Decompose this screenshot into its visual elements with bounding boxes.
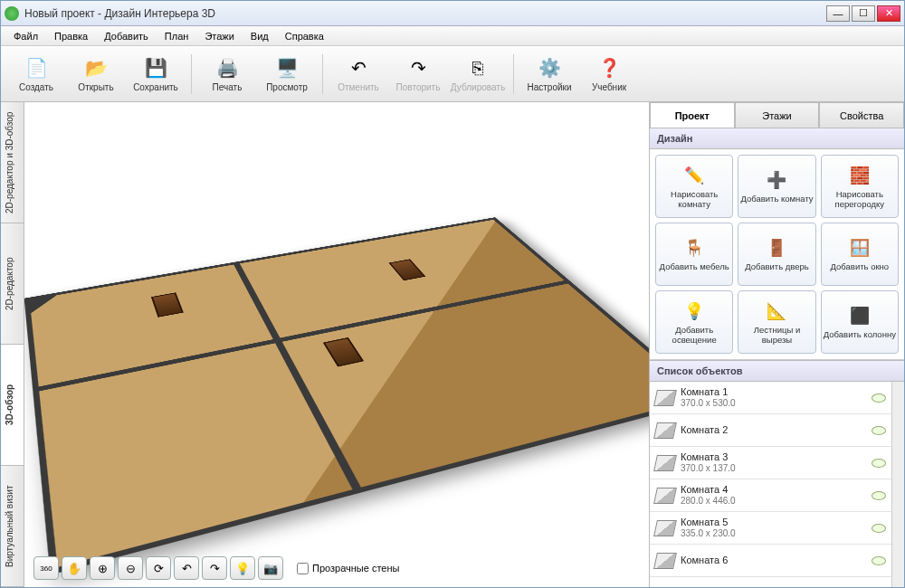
add-window-button[interactable]: 🪟Добавить окно bbox=[821, 223, 899, 286]
view-zoom-out-button[interactable]: ⊖ bbox=[118, 556, 143, 580]
right-panel-tabs: ПроектЭтажиСвойства bbox=[650, 102, 904, 128]
settings-icon: ⚙️ bbox=[537, 55, 562, 81]
duplicate-label: Дублировать bbox=[451, 82, 505, 92]
object-row[interactable]: Комната 1370.0 x 530.0 bbox=[650, 382, 891, 414]
view-zoom-in-button[interactable]: ⊕ bbox=[90, 556, 115, 580]
draw-partition-label: Нарисовать перегородку bbox=[822, 190, 898, 209]
object-name: Комната 5 bbox=[681, 517, 866, 528]
3d-viewport[interactable]: 360✋⊕⊖⟳↶↷💡📷 Прозрачные стены bbox=[24, 102, 649, 587]
menu-добавить[interactable]: Добавить bbox=[97, 29, 156, 43]
view-360-button[interactable]: 360 bbox=[33, 556, 59, 580]
add-door-label: Добавить дверь bbox=[745, 262, 809, 271]
menu-план[interactable]: План bbox=[157, 29, 196, 43]
add-door-button[interactable]: 🚪Добавить дверь bbox=[738, 223, 815, 286]
settings-button[interactable]: ⚙️Настройки bbox=[521, 50, 577, 99]
preview-button[interactable]: 🖥️Просмотр bbox=[259, 50, 315, 99]
view-tab-2d[interactable]: 2D-редактор bbox=[1, 223, 24, 345]
panel-tab-project[interactable]: Проект bbox=[650, 102, 735, 128]
object-row[interactable]: Комната 6 bbox=[650, 545, 891, 577]
add-room-button[interactable]: ➕Добавить комнату bbox=[738, 155, 815, 218]
viewport-toolbar: 360✋⊕⊖⟳↶↷💡📷 Прозрачные стены bbox=[33, 556, 399, 580]
toolbar-separator bbox=[322, 54, 323, 94]
add-column-label: Добавить колонну bbox=[824, 330, 896, 339]
view-light-button[interactable]: 💡 bbox=[230, 556, 255, 580]
visibility-toggle-icon[interactable] bbox=[872, 556, 886, 565]
add-furniture-button[interactable]: 🪑Добавить мебель bbox=[655, 223, 733, 286]
save-button[interactable]: 💾Сохранить bbox=[128, 50, 184, 99]
titlebar: Новый проект - Дизайн Интерьера 3D — ☐ ✕ bbox=[1, 1, 904, 26]
object-list[interactable]: Комната 1370.0 x 530.0Комната 2Комната 3… bbox=[650, 382, 891, 587]
draw-room-button[interactable]: ✏️Нарисовать комнату bbox=[655, 155, 733, 218]
print-button[interactable]: 🖨️Печать bbox=[199, 50, 255, 99]
stairs-button[interactable]: 📐Лестницы и вырезы bbox=[738, 290, 815, 354]
print-label: Печать bbox=[213, 82, 243, 92]
object-row[interactable]: Комната 5335.0 x 230.0 bbox=[650, 512, 891, 545]
add-column-icon: ⬛ bbox=[848, 304, 872, 327]
transparent-walls-label: Прозрачные стены bbox=[312, 563, 399, 574]
menu-вид[interactable]: Вид bbox=[243, 29, 276, 43]
visibility-toggle-icon[interactable] bbox=[872, 459, 886, 468]
transparent-walls-checkbox[interactable]: Прозрачные стены bbox=[297, 563, 399, 574]
redo-icon: ↷ bbox=[405, 55, 431, 81]
3d-scene[interactable] bbox=[47, 146, 626, 544]
draw-partition-icon: 🧱 bbox=[848, 164, 872, 187]
visibility-toggle-icon[interactable] bbox=[872, 491, 886, 500]
close-button[interactable]: ✕ bbox=[877, 5, 900, 22]
stairs-icon: 📐 bbox=[765, 299, 788, 323]
view-tab-virtual[interactable]: Виртуальный визит bbox=[1, 466, 24, 587]
object-dimensions: 280.0 x 446.0 bbox=[681, 496, 866, 507]
menu-правка[interactable]: Правка bbox=[47, 29, 95, 43]
visibility-toggle-icon[interactable] bbox=[872, 394, 886, 403]
view-tab-2d3d[interactable]: 2D-редактор и 3D-обзор bbox=[1, 102, 24, 223]
view-pan-button[interactable]: ✋ bbox=[62, 556, 87, 580]
view-camera-button[interactable]: 📷 bbox=[258, 556, 283, 580]
menu-файл[interactable]: Файл bbox=[6, 29, 45, 43]
maximize-button[interactable]: ☐ bbox=[852, 5, 875, 22]
design-button-grid: ✏️Нарисовать комнату➕Добавить комнату🧱На… bbox=[650, 149, 904, 360]
draw-partition-button[interactable]: 🧱Нарисовать перегородку bbox=[821, 155, 899, 218]
menu-справка[interactable]: Справка bbox=[278, 29, 331, 43]
view-rot-right-button[interactable]: ↷ bbox=[202, 556, 227, 580]
door-model[interactable] bbox=[151, 292, 184, 317]
scrollbar[interactable] bbox=[891, 382, 904, 587]
object-row[interactable]: Комната 2 bbox=[650, 414, 891, 447]
window-title: Новый проект - Дизайн Интерьера 3D bbox=[24, 7, 826, 20]
object-row[interactable]: Комната 4280.0 x 446.0 bbox=[650, 479, 891, 512]
tutorial-button[interactable]: ❓Учебник bbox=[581, 50, 637, 99]
app-icon bbox=[5, 6, 19, 21]
design-section-header: Дизайн bbox=[650, 128, 904, 149]
print-icon: 🖨️ bbox=[214, 55, 240, 81]
visibility-toggle-icon[interactable] bbox=[872, 524, 886, 533]
visibility-toggle-icon[interactable] bbox=[872, 426, 886, 435]
open-label: Открыть bbox=[78, 82, 113, 92]
open-button[interactable]: 📂Открыть bbox=[68, 50, 124, 99]
object-name: Комната 1 bbox=[681, 386, 866, 398]
transparent-walls-input[interactable] bbox=[297, 563, 309, 574]
app-window: Новый проект - Дизайн Интерьера 3D — ☐ ✕… bbox=[0, 0, 905, 588]
new-button[interactable]: 📄Создать bbox=[8, 50, 64, 99]
undo-icon: ↶ bbox=[346, 55, 371, 81]
room-icon bbox=[653, 553, 677, 569]
add-window-label: Добавить окно bbox=[831, 262, 890, 271]
panel-tab-props[interactable]: Свойства bbox=[819, 102, 904, 128]
object-dimensions: 370.0 x 530.0 bbox=[681, 398, 866, 409]
add-furniture-icon: 🪑 bbox=[682, 236, 706, 260]
object-row[interactable]: Комната 3370.0 x 137.0 bbox=[650, 447, 891, 479]
undo-button: ↶Отменить bbox=[330, 50, 386, 99]
menu-этажи[interactable]: Этажи bbox=[197, 29, 241, 43]
add-light-button[interactable]: 💡Добавить освещение bbox=[655, 290, 733, 354]
door-model[interactable] bbox=[388, 259, 425, 280]
panel-tab-floors[interactable]: Этажи bbox=[735, 102, 820, 128]
view-rot-left-button[interactable]: ↶ bbox=[174, 556, 199, 580]
view-orbit-button[interactable]: ⟳ bbox=[146, 556, 171, 580]
minimize-button[interactable]: — bbox=[826, 5, 850, 22]
add-light-icon: 💡 bbox=[682, 299, 706, 323]
object-name: Комната 6 bbox=[681, 555, 866, 566]
duplicate-icon: ⎘ bbox=[465, 55, 491, 81]
toolbar-separator bbox=[191, 54, 192, 94]
door-model[interactable] bbox=[323, 337, 364, 367]
view-tab-3d[interactable]: 3D-обзор bbox=[1, 345, 24, 466]
add-column-button[interactable]: ⬛Добавить колонну bbox=[821, 290, 899, 354]
add-room-icon: ➕ bbox=[765, 168, 788, 192]
floor-plan-3d[interactable] bbox=[24, 217, 649, 574]
